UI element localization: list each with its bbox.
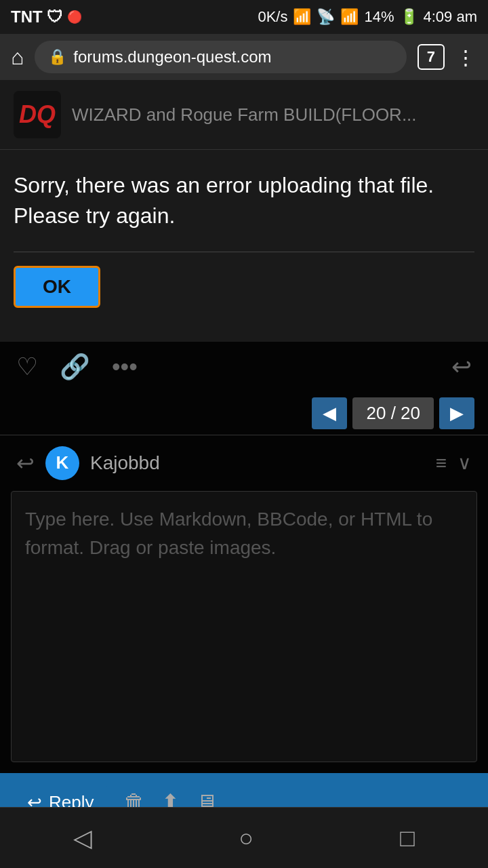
time-label: 4:09 am — [424, 8, 478, 26]
security-icon: 🔴 — [67, 9, 82, 24]
next-page-btn[interactable]: ▶ — [439, 397, 474, 429]
reply-arrow-icon: ↩ — [16, 450, 35, 476]
prev-page-btn[interactable]: ◀ — [312, 397, 347, 429]
menu-icon[interactable]: ≡ — [436, 452, 447, 474]
more-button[interactable]: ⋮ — [455, 45, 477, 69]
status-bar: TNT 🛡 🔴 0K/s 📶 📡 📶 14% 🔋 4:09 am — [0, 0, 488, 34]
battery-icon: 🔋 — [400, 8, 418, 26]
pagination-bar: ◀ 20 / 20 ▶ — [0, 392, 488, 435]
dark-section: ♡ 🔗 ••• ↩ ◀ 20 / 20 ▶ ↩ K Kajobbd ≡ ∨ Ty… — [0, 342, 488, 832]
dialog-separator — [14, 252, 474, 252]
lock-icon: 🔒 — [48, 48, 66, 66]
ok-button[interactable]: OK — [14, 266, 100, 308]
reply-header: ↩ K Kajobbd ≡ ∨ — [0, 435, 488, 491]
browser-chrome: ⌂ 🔒 forums.dungeon-quest.com 7 ⋮ — [0, 34, 488, 80]
home-nav-button[interactable]: ○ — [218, 817, 274, 859]
status-left: TNT 🛡 🔴 — [11, 7, 82, 26]
tab-count[interactable]: 7 — [418, 44, 445, 70]
like-icon[interactable]: ♡ — [16, 353, 38, 381]
more-options-icon[interactable]: ••• — [112, 353, 138, 381]
forum-header: DQ WIZARD and Rogue Farm BUILD(FLOOR... — [0, 80, 488, 150]
wifi-icon: 📡 — [317, 8, 335, 26]
avatar: K — [45, 446, 79, 480]
carrier-label: TNT — [11, 7, 43, 26]
url-text: forums.dungeon-quest.com — [73, 47, 392, 66]
forum-title: WIZARD and Rogue Farm BUILD(FLOOR... — [72, 104, 474, 125]
editor-placeholder: Type here. Use Markdown, BBCode, or HTML… — [25, 505, 463, 562]
dialog-overlay: Sorry, there was an error uploading that… — [0, 150, 488, 342]
signal-icon: 📶 — [340, 8, 359, 26]
post-actions: ♡ 🔗 ••• ↩ — [0, 342, 488, 392]
home-button[interactable]: ⌂ — [11, 45, 24, 70]
shield-icon: 🛡 — [47, 7, 63, 26]
status-right: 0K/s 📶 📡 📶 14% 🔋 4:09 am — [258, 8, 477, 26]
page-number: 20 — [366, 403, 386, 423]
forum-logo: DQ — [14, 91, 61, 138]
nav-bar: ◁ ○ □ — [0, 807, 488, 868]
speed-label: 0K/s — [258, 8, 287, 26]
recents-nav-button[interactable]: □ — [380, 817, 435, 859]
logo-text: DQ — [19, 100, 56, 129]
reply-icon[interactable]: ↩ — [451, 353, 472, 381]
page-separator: / — [391, 403, 401, 423]
dialog-bottom-pad — [0, 321, 488, 342]
back-nav-button[interactable]: ◁ — [53, 817, 113, 859]
text-editor[interactable]: Type here. Use Markdown, BBCode, or HTML… — [11, 491, 477, 762]
avatar-letter: K — [56, 452, 69, 473]
page-total: 20 — [401, 403, 420, 423]
link-icon[interactable]: 🔗 — [60, 353, 90, 381]
address-bar[interactable]: 🔒 forums.dungeon-quest.com — [35, 41, 406, 73]
sim-icon: 📶 — [293, 8, 311, 26]
dialog-message: Sorry, there was an error uploading that… — [14, 170, 474, 231]
reply-username: Kajobbd — [90, 452, 425, 474]
error-dialog: Sorry, there was an error uploading that… — [0, 150, 488, 321]
chevron-down-icon[interactable]: ∨ — [458, 452, 472, 474]
page-current: 20 / 20 — [352, 397, 434, 429]
battery-label: 14% — [364, 8, 394, 26]
